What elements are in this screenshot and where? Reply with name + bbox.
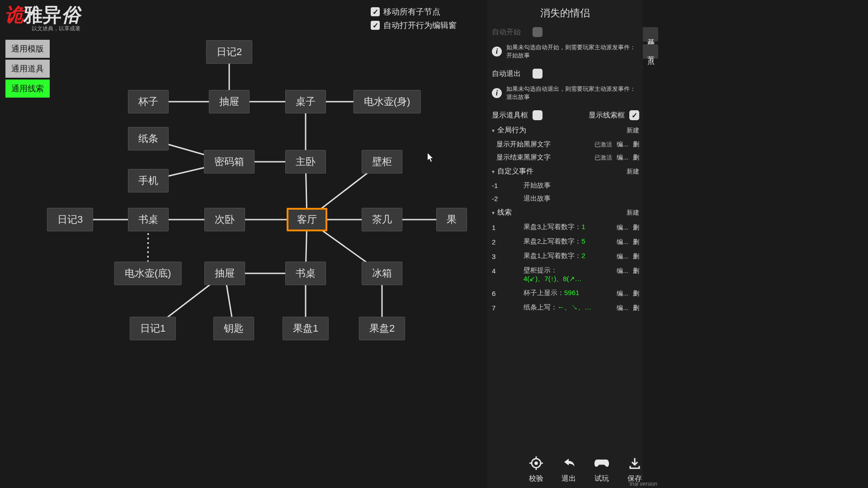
button-label: 退出	[561, 474, 576, 483]
custom-event-row[interactable]: -1开始故事	[492, 179, 639, 192]
toolbar-download-button[interactable]: 保存	[627, 456, 642, 483]
graph-node[interactable]: 电水壶(底)	[114, 262, 182, 285]
inspector-title: 消失的情侣	[487, 0, 643, 24]
auto-exit-label: 自动退出	[492, 69, 528, 79]
graph-node[interactable]: 书桌	[128, 208, 169, 231]
download-icon	[628, 456, 642, 472]
delete-button[interactable]: 删	[633, 154, 639, 162]
delete-button[interactable]: 删	[633, 141, 639, 149]
clue-row[interactable]: 1 果盘3上写着数字：1 编... 删	[492, 220, 639, 235]
toolbar-undo-button[interactable]: 退出	[561, 456, 576, 483]
delete-button[interactable]: 删	[633, 223, 639, 232]
section-custom-events[interactable]: ▾ 自定义事件 新建	[492, 164, 639, 179]
delete-button[interactable]: 删	[633, 289, 639, 298]
global-behavior-row[interactable]: 显示结束黑屏文字 已激活 编... 删	[492, 151, 639, 164]
graph-node[interactable]: 书桌	[285, 262, 326, 285]
auto-exit-checkbox[interactable]	[533, 69, 542, 79]
clue-row[interactable]: 6 杯子上显示：5961 编... 删	[492, 286, 639, 300]
graph-node[interactable]: 果盘2	[359, 317, 405, 340]
clue-id: 1	[492, 223, 519, 231]
behavior-name: 显示结束黑屏文字	[496, 153, 590, 162]
chevron-down-icon: ▾	[492, 169, 495, 175]
node-canvas[interactable]: 日记2杯子抽屉桌子电水壶(身)纸条密码箱主卧壁柜手机日记3书桌次卧客厅茶几果电水…	[0, 0, 486, 488]
graph-node[interactable]: 主卧	[285, 150, 326, 174]
show-item-frame-checkbox[interactable]	[533, 110, 542, 120]
graph-node[interactable]: 果盘1	[283, 317, 329, 340]
graph-node[interactable]: 日记1	[130, 317, 176, 340]
bottom-toolbar: 校验退出试玩保存	[529, 456, 642, 483]
auto-start-hint: 如果未勾选自动开始，则需要玩家主动派发事件：开始故事	[506, 43, 639, 60]
edit-button[interactable]: 编...	[617, 289, 628, 298]
event-id: -1	[492, 182, 519, 189]
auto-start-checkbox[interactable]	[533, 27, 542, 37]
graph-node[interactable]: 果	[436, 208, 467, 231]
clue-id: 3	[492, 252, 519, 260]
chevron-down-icon: ▾	[492, 127, 495, 134]
delete-button[interactable]: 删	[633, 252, 639, 261]
graph-node[interactable]: 纸条	[128, 127, 169, 150]
graph-node[interactable]: 次卧	[204, 208, 245, 231]
global-new-button[interactable]: 新建	[627, 127, 639, 135]
graph-node[interactable]: 客厅	[287, 208, 327, 231]
clue-row[interactable]: 4 壁柜提示：4(↙)、7(↑)、8(↗… 编... 删	[492, 263, 639, 286]
section-global[interactable]: ▾ 全局行为 新建	[492, 123, 639, 138]
clue-text: 纸条上写：←、↘、…	[524, 303, 612, 312]
graph-node[interactable]: 茶几	[362, 208, 402, 231]
clue-row[interactable]: 7 纸条上写：←、↘、… 编... 删	[492, 300, 639, 315]
custom-new-button[interactable]: 新建	[627, 168, 639, 176]
graph-node[interactable]: 冰箱	[362, 262, 402, 285]
clues-new-button[interactable]: 新建	[627, 209, 639, 217]
clue-row[interactable]: 3 果盘1上写着数字：2 编... 删	[492, 249, 639, 263]
delete-button[interactable]: 删	[633, 237, 639, 246]
clue-id: 6	[492, 289, 519, 297]
graph-node[interactable]: 抽屉	[209, 90, 250, 113]
graph-node[interactable]: 手机	[128, 169, 169, 192]
edit-button[interactable]: 编...	[617, 237, 628, 246]
graph-node[interactable]: 日记3	[47, 208, 93, 231]
behavior-state: 已激活	[594, 141, 612, 149]
undo-icon	[562, 456, 576, 472]
graph-node[interactable]: 密码箱	[204, 150, 255, 174]
graph-node[interactable]: 桌子	[285, 90, 326, 113]
delete-button[interactable]: 删	[633, 303, 639, 312]
edit-button[interactable]: 编...	[617, 303, 628, 312]
side-tab-1[interactable]: 节点	[643, 44, 658, 59]
custom-event-row[interactable]: -2退出故事	[492, 192, 639, 205]
gamepad-icon	[594, 456, 609, 472]
graph-node[interactable]: 钥匙	[213, 317, 254, 340]
toolbar-gamepad-button[interactable]: 试玩	[594, 456, 609, 483]
show-clue-frame-label: 显示线索框	[589, 111, 625, 120]
delete-button[interactable]: 删	[633, 266, 639, 275]
graph-node[interactable]: 日记2	[206, 40, 252, 64]
info-icon: i	[492, 88, 502, 98]
button-label: 试玩	[594, 474, 609, 483]
clue-text: 果盘3上写着数字：1	[524, 223, 612, 231]
edit-button[interactable]: 编...	[617, 154, 628, 162]
info-icon: i	[492, 47, 502, 56]
graph-node[interactable]: 壁柜	[362, 150, 402, 174]
show-item-frame-label: 显示道具框	[492, 111, 528, 120]
behavior-state: 已激活	[594, 154, 612, 162]
graph-node[interactable]: 电水壶(身)	[354, 90, 421, 113]
section-clues[interactable]: ▾ 线索 新建	[492, 205, 639, 220]
toolbar-crosshair-button[interactable]: 校验	[529, 456, 543, 483]
side-tab-0[interactable]: 基础	[643, 27, 658, 42]
clue-id: 2	[492, 237, 519, 246]
global-behavior-row[interactable]: 显示开始黑屏文字 已激活 编... 删	[492, 138, 639, 151]
graph-node[interactable]: 杯子	[128, 90, 169, 113]
edit-button[interactable]: 编...	[617, 252, 628, 261]
trial-label: trial version	[630, 481, 657, 487]
clue-text: 壁柜提示：4(↙)、7(↑)、8(↗…	[524, 266, 612, 283]
graph-node[interactable]: 抽屉	[204, 262, 245, 285]
edit-button[interactable]: 编...	[617, 141, 628, 149]
inspector-panel: 消失的情侣 自动开始 i 如果未勾选自动开始，则需要玩家主动派发事件：开始故事 …	[487, 0, 643, 488]
auto-start-label: 自动开始	[492, 28, 528, 37]
edit-button[interactable]: 编...	[617, 266, 628, 275]
inspector-side-tabs: 基础节点	[643, 27, 658, 61]
chevron-down-icon: ▾	[492, 210, 495, 216]
clue-row[interactable]: 2 果盘2上写着数字：5 编... 删	[492, 235, 639, 249]
crosshair-icon	[529, 456, 543, 472]
show-clue-frame-checkbox[interactable]	[629, 110, 639, 120]
clue-id: 4	[492, 266, 519, 275]
edit-button[interactable]: 编...	[617, 223, 628, 232]
